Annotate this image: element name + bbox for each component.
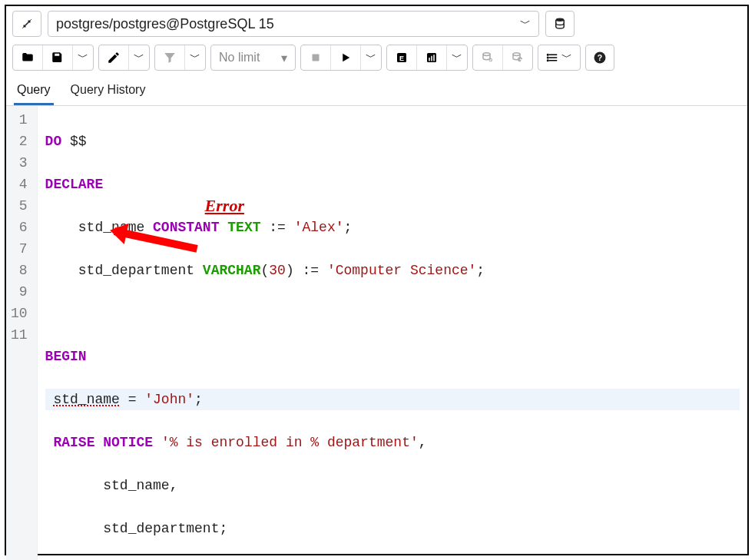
edit-button[interactable] bbox=[99, 45, 129, 70]
tab-query[interactable]: Query bbox=[14, 78, 54, 105]
connection-label: postgres/postgres@PostgreSQL 15 bbox=[56, 16, 274, 32]
help-button[interactable]: ? bbox=[585, 45, 614, 71]
macros-button[interactable]: ﹀ bbox=[538, 45, 580, 70]
tab-query-history[interactable]: Query History bbox=[68, 78, 149, 105]
line-gutter: 1234567891011 bbox=[6, 106, 38, 560]
execute-button[interactable] bbox=[331, 45, 361, 70]
filter-dropdown[interactable]: ﹀ bbox=[185, 45, 205, 70]
connection-status-icon[interactable] bbox=[12, 11, 41, 37]
svg-point-11 bbox=[513, 53, 520, 56]
app-window: postgres/postgres@PostgreSQL 15 ﹀ ﹀ ﹀ bbox=[5, 5, 749, 555]
svg-text:?: ? bbox=[598, 53, 602, 62]
svg-point-17 bbox=[548, 60, 549, 61]
connection-bar: postgres/postgres@PostgreSQL 15 ﹀ bbox=[6, 6, 747, 41]
toolbar: ﹀ ﹀ ﹀ No limit ▾ ﹀ bbox=[6, 41, 747, 77]
error-annotation-label: Error bbox=[205, 195, 244, 217]
svg-line-0 bbox=[22, 19, 31, 28]
explain-dropdown[interactable]: ﹀ bbox=[447, 45, 467, 70]
chevron-down-icon: ﹀ bbox=[520, 17, 531, 31]
explain-analyze-button[interactable] bbox=[417, 45, 447, 70]
svg-rect-8 bbox=[434, 55, 435, 61]
row-limit-label: No limit bbox=[219, 51, 260, 65]
svg-text:E: E bbox=[399, 55, 404, 62]
commit-button[interactable] bbox=[473, 45, 503, 70]
database-icon-button[interactable] bbox=[545, 11, 575, 37]
explain-button[interactable]: E bbox=[387, 45, 417, 70]
svg-point-16 bbox=[548, 57, 549, 58]
row-limit-select[interactable]: No limit ▾ bbox=[210, 45, 296, 71]
svg-point-9 bbox=[483, 53, 490, 56]
svg-rect-2 bbox=[313, 55, 320, 61]
open-file-button[interactable] bbox=[13, 45, 43, 70]
edit-dropdown[interactable]: ﹀ bbox=[129, 45, 149, 70]
caret-down-icon: ▾ bbox=[281, 51, 287, 65]
filter-button[interactable] bbox=[155, 45, 185, 70]
connection-select[interactable]: postgres/postgres@PostgreSQL 15 ﹀ bbox=[48, 11, 539, 37]
save-button[interactable] bbox=[43, 45, 73, 70]
svg-rect-6 bbox=[429, 58, 431, 61]
stop-button[interactable] bbox=[301, 45, 331, 70]
editor-tabs: Query Query History bbox=[6, 77, 747, 106]
svg-point-15 bbox=[548, 55, 549, 56]
svg-rect-7 bbox=[432, 56, 433, 61]
code-editor[interactable]: 1234567891011 DO $$ DECLARE std_name CON… bbox=[6, 106, 747, 560]
code-area[interactable]: DO $$ DECLARE std_name CONSTANT TEXT := … bbox=[38, 106, 747, 560]
svg-point-1 bbox=[556, 18, 565, 22]
rollback-button[interactable] bbox=[503, 45, 532, 70]
execute-dropdown[interactable]: ﹀ bbox=[361, 45, 381, 70]
save-dropdown[interactable]: ﹀ bbox=[73, 45, 93, 70]
